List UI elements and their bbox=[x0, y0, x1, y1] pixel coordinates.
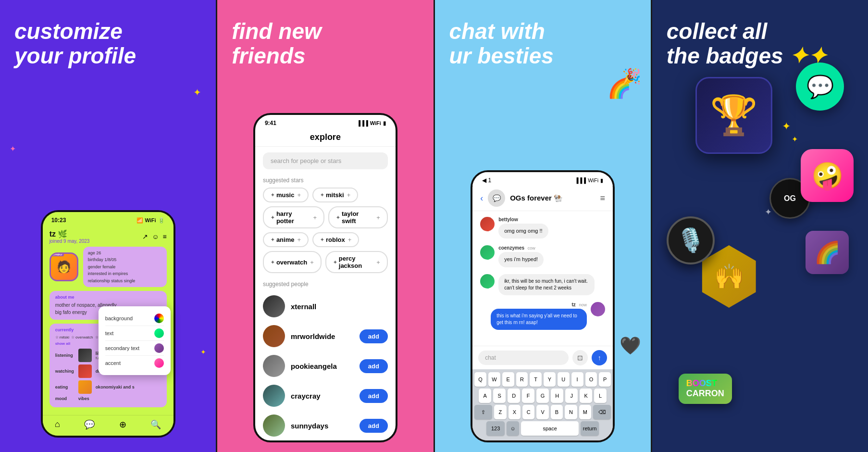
anon-content: ikr, this will be so much fun, i can't w… bbox=[498, 274, 595, 295]
badge-extra-1: 🌈 bbox=[806, 231, 849, 274]
p3-status-bar: ◀ 1 ▐▐▐ WiFi ▮ bbox=[472, 172, 613, 186]
msg-anon: ikr, this will be so much fun, i can't w… bbox=[480, 274, 605, 295]
key-space[interactable]: space bbox=[521, 421, 579, 436]
cp-secondary-text[interactable]: secondary text bbox=[105, 341, 164, 356]
search-bar[interactable]: search for people or stars bbox=[263, 152, 388, 169]
search-icon[interactable]: 🔍 bbox=[150, 419, 161, 430]
cp-text[interactable]: text bbox=[105, 326, 164, 341]
key-w[interactable]: W bbox=[488, 372, 500, 387]
cp-accent[interactable]: accent bbox=[105, 356, 164, 370]
activity-mood: mood vibes bbox=[55, 396, 161, 401]
kb-row-1: Q W E R T Y U I O P bbox=[474, 372, 611, 387]
add-sunnydays-btn[interactable]: add bbox=[360, 419, 388, 433]
add-icon[interactable]: ⊕ bbox=[119, 419, 126, 430]
cp-secondary-dot[interactable] bbox=[154, 343, 164, 353]
send-button[interactable]: ↑ bbox=[592, 350, 607, 365]
share-icon[interactable]: ↗ bbox=[142, 233, 148, 240]
show-all-link[interactable]: show all bbox=[55, 341, 71, 346]
eating-label: eating bbox=[55, 385, 74, 389]
craycray-name: craycray bbox=[291, 392, 354, 400]
chat-icon[interactable]: 💬 bbox=[84, 419, 95, 430]
star-harry-potter[interactable]: harry potter + bbox=[263, 206, 324, 228]
smiley-icon[interactable]: ☺ bbox=[152, 233, 159, 240]
star-deco-2: ✦ bbox=[10, 144, 16, 153]
star-percy[interactable]: percy jackson + bbox=[325, 251, 388, 273]
cp-text-dot[interactable] bbox=[154, 328, 164, 338]
key-c[interactable]: C bbox=[522, 405, 534, 419]
key-i[interactable]: I bbox=[571, 372, 583, 387]
key-x[interactable]: X bbox=[508, 405, 521, 419]
menu-icon[interactable]: ≡ bbox=[162, 233, 166, 240]
key-n[interactable]: N bbox=[565, 405, 577, 419]
star-mitski[interactable]: mitski + bbox=[312, 188, 358, 202]
sunnydays-name: sunnydays bbox=[291, 422, 354, 430]
key-b[interactable]: B bbox=[551, 405, 563, 419]
key-h[interactable]: H bbox=[551, 389, 563, 403]
key-k[interactable]: K bbox=[580, 389, 592, 403]
key-123[interactable]: 123 bbox=[486, 421, 505, 436]
key-q[interactable]: Q bbox=[474, 372, 486, 387]
key-e[interactable]: E bbox=[502, 372, 514, 387]
tz-sender: tz now bbox=[491, 302, 587, 307]
add-mrworldwide-btn[interactable]: add bbox=[360, 329, 388, 343]
key-o[interactable]: O bbox=[585, 372, 597, 387]
stars-row-1: music + mitski + bbox=[263, 188, 388, 202]
xternall-avatar bbox=[263, 295, 285, 317]
key-backspace[interactable]: ⌫ bbox=[593, 405, 611, 419]
image-picker-btn[interactable]: ⊡ bbox=[572, 350, 588, 365]
phone-mockup-2: 9:41 ▐▐▐ WiFi ▮ explore search for peopl… bbox=[253, 113, 397, 442]
tz-bubble: this is what i'm saying y'all we need to… bbox=[491, 309, 587, 330]
chat-header: ‹ 💬 OGs forever 🐏 ≡ bbox=[472, 186, 613, 211]
star-roblox[interactable]: roblox + bbox=[312, 232, 359, 247]
messages-area: bettylow omg omg omg !! coenzymes cow ye… bbox=[472, 211, 613, 346]
panel-2-title: find new friends bbox=[232, 19, 419, 68]
key-shift[interactable]: ⇧ bbox=[474, 405, 492, 419]
mrworldwide-avatar bbox=[263, 325, 285, 347]
chat-avatar-icon: 💬 bbox=[493, 194, 501, 202]
key-z[interactable]: Z bbox=[494, 405, 506, 419]
panel-badges: collect allthe badges ✦✦ 🏆 💬 OG 🤪 🙌 🎙️ B… bbox=[652, 0, 868, 452]
anon-bubble: ikr, this will be so much fun, i can't w… bbox=[498, 274, 595, 295]
joined-date: joined 9 may, 2023 bbox=[50, 239, 90, 244]
explore-title: explore bbox=[255, 128, 396, 147]
key-g[interactable]: G bbox=[536, 389, 549, 403]
chat-input[interactable]: chat bbox=[478, 351, 569, 365]
eating-thumb bbox=[78, 380, 92, 394]
star-4-2: ✦ bbox=[792, 135, 798, 144]
cp-accent-dot[interactable] bbox=[154, 358, 164, 368]
key-v[interactable]: V bbox=[536, 405, 548, 419]
username: tz 🌿 bbox=[50, 229, 90, 239]
p3-signal-icon: ▐▐▐ bbox=[575, 177, 586, 184]
key-s[interactable]: S bbox=[493, 389, 506, 403]
key-p[interactable]: P bbox=[599, 372, 611, 387]
chat-menu-icon[interactable]: ≡ bbox=[600, 193, 606, 203]
key-j[interactable]: J bbox=[565, 389, 578, 403]
back-button[interactable]: ‹ bbox=[480, 193, 483, 203]
cp-background[interactable]: background bbox=[105, 311, 164, 326]
key-m[interactable]: M bbox=[579, 405, 591, 419]
key-l[interactable]: L bbox=[594, 389, 607, 403]
xternall-name: xternall bbox=[291, 302, 388, 311]
key-a[interactable]: A bbox=[479, 389, 491, 403]
battery-icon: 🔋 bbox=[158, 217, 165, 224]
home-icon[interactable]: ⌂ bbox=[55, 419, 60, 430]
star-music[interactable]: music + bbox=[263, 188, 309, 202]
key-t[interactable]: T bbox=[530, 372, 542, 387]
key-u[interactable]: U bbox=[558, 372, 570, 387]
key-emoji[interactable]: ☺ bbox=[507, 421, 519, 436]
key-f[interactable]: F bbox=[522, 389, 534, 403]
tz-avatar bbox=[591, 302, 605, 316]
key-return[interactable]: return bbox=[581, 421, 599, 436]
add-craycray-btn[interactable]: add bbox=[360, 389, 388, 403]
phone-3-body: ◀ 1 ▐▐▐ WiFi ▮ ‹ 💬 OGs forever 🐏 ≡ bbox=[471, 170, 615, 442]
add-pookieangela-btn[interactable]: add bbox=[360, 359, 388, 373]
star-anime[interactable]: anime + bbox=[263, 232, 309, 247]
key-r[interactable]: R bbox=[516, 372, 528, 387]
star-overwatch[interactable]: overwatch + bbox=[263, 251, 322, 273]
person-pookieangela: pookieangela add bbox=[255, 351, 396, 381]
key-d[interactable]: D bbox=[508, 389, 520, 403]
cp-background-dot[interactable] bbox=[154, 314, 164, 323]
p2-wifi-icon: WiFi bbox=[370, 120, 381, 126]
key-y[interactable]: Y bbox=[544, 372, 556, 387]
star-taylor-swift[interactable]: taylor swift + bbox=[328, 206, 388, 228]
